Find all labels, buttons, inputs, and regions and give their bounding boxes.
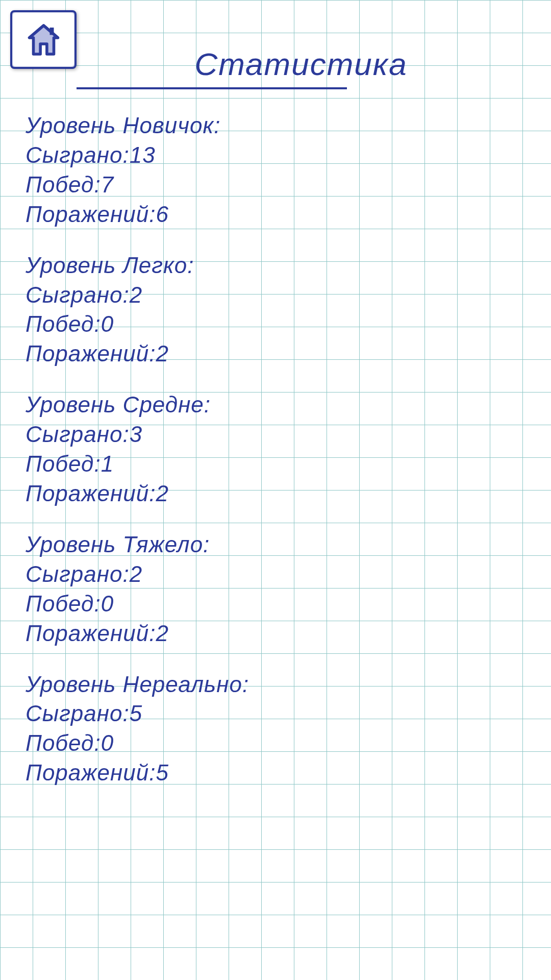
level-played: Сыграно:5 <box>26 700 525 727</box>
level-name: Уровень Средне: <box>26 391 525 418</box>
level-losses: Поражений:6 <box>26 201 525 228</box>
level-played: Сыграно:2 <box>26 282 525 308</box>
stats-container: Уровень Новичок: Сыграно:13 Побед:7 Пора… <box>0 89 551 786</box>
level-name: Уровень Новичок: <box>26 112 525 139</box>
level-losses: Поражений:2 <box>26 620 525 647</box>
level-name: Уровень Тяжело: <box>26 531 525 558</box>
level-block-4: Уровень Нереально: Сыграно:5 Побед:0 Пор… <box>26 671 525 787</box>
level-played: Сыграно:13 <box>26 142 525 168</box>
level-wins: Побед:1 <box>26 451 525 477</box>
svg-rect-0 <box>49 28 54 35</box>
level-losses: Поражений:5 <box>26 760 525 786</box>
level-block-3: Уровень Тяжело: Сыграно:2 Побед:0 Пораже… <box>26 531 525 647</box>
level-wins: Побед:0 <box>26 591 525 617</box>
level-played: Сыграно:2 <box>26 561 525 587</box>
level-played: Сыграно:3 <box>26 421 525 448</box>
level-name: Уровень Нереально: <box>26 671 525 698</box>
level-block-0: Уровень Новичок: Сыграно:13 Побед:7 Пора… <box>26 112 525 228</box>
level-losses: Поражений:2 <box>26 340 525 367</box>
level-losses: Поражений:2 <box>26 480 525 507</box>
level-name: Уровень Легко: <box>26 252 525 279</box>
home-icon <box>22 19 65 60</box>
level-block-1: Уровень Легко: Сыграно:2 Побед:0 Поражен… <box>26 252 525 368</box>
level-wins: Побед:0 <box>26 730 525 756</box>
title-container: Статистика <box>0 0 551 82</box>
home-button[interactable] <box>10 10 77 69</box>
level-wins: Побед:0 <box>26 311 525 337</box>
level-wins: Побед:7 <box>26 172 525 198</box>
level-block-2: Уровень Средне: Сыграно:3 Побед:1 Пораже… <box>26 391 525 507</box>
page-title: Статистика <box>77 46 525 82</box>
